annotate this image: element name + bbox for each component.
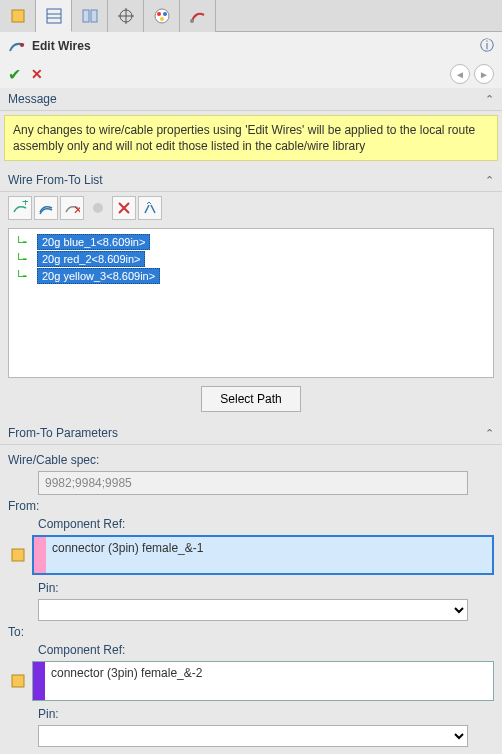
section-fromto-list-title: Wire From-To List: [8, 173, 103, 187]
svg-point-17: [93, 203, 103, 213]
edit-wires-icon: [8, 37, 26, 55]
delete-wire-button[interactable]: ✕: [60, 196, 84, 220]
to-label: To:: [8, 625, 494, 639]
spec-label: Wire/Cable spec:: [8, 453, 494, 467]
nav-arrows: ◄ ►: [450, 64, 494, 84]
svg-point-14: [20, 43, 24, 47]
tab-dimxpert-manager[interactable]: [108, 0, 144, 32]
wire-list-toolbar: + ✕: [0, 192, 502, 224]
cube-icon: [9, 7, 27, 25]
component-icon: [8, 546, 28, 564]
select-path-button[interactable]: Select Path: [201, 386, 300, 412]
svg-rect-20: [12, 549, 24, 561]
wire-item-label: 20g blue_1<8.609in>: [37, 234, 150, 250]
routing-icon: [189, 7, 207, 25]
merge-wires-button[interactable]: [112, 196, 136, 220]
panel-title: Edit Wires: [32, 39, 91, 53]
ok-button[interactable]: ✔: [8, 65, 21, 84]
tab-strip: [0, 0, 502, 32]
crosshair-icon: [117, 7, 135, 25]
svg-point-13: [190, 19, 194, 23]
svg-text:✕: ✕: [73, 203, 80, 216]
chevron-up-icon: ⌃: [485, 93, 494, 106]
to-pin-select[interactable]: [38, 725, 468, 747]
svg-rect-0: [12, 10, 24, 22]
next-button[interactable]: ►: [474, 64, 494, 84]
from-component-field[interactable]: connector (3pin) female_&-1: [32, 535, 494, 575]
add-wire-button[interactable]: +: [8, 196, 32, 220]
from-label: From:: [8, 499, 494, 513]
pin-label: Pin:: [38, 581, 494, 595]
svg-text:+: +: [22, 200, 28, 209]
chevron-up-icon: ⌃: [485, 427, 494, 440]
wire-item[interactable]: └╴ 20g red_2<8.609in>: [15, 251, 487, 267]
to-component-value: connector (3pin) female_&-2: [45, 662, 208, 700]
tab-property-manager[interactable]: [36, 0, 72, 32]
svg-rect-4: [83, 10, 89, 22]
select-path-row: Select Path: [0, 386, 502, 412]
color-stripe: [33, 662, 45, 700]
wire-list[interactable]: └╴ 20g blue_1<8.609in> └╴ 20g red_2<8.60…: [8, 228, 494, 378]
action-row: ✔ ✕ ◄ ►: [0, 60, 502, 88]
color-stripe: [34, 537, 46, 573]
from-to-parameters: Wire/Cable spec: From: Component Ref: co…: [0, 445, 502, 751]
svg-rect-5: [91, 10, 97, 22]
wire-cable-spec-input[interactable]: [38, 471, 468, 495]
tab-feature-manager[interactable]: [0, 0, 36, 32]
panel-header: Edit Wires ⓘ: [0, 32, 502, 60]
content-area: Message ⌃ Any changes to wire/cable prop…: [0, 88, 502, 751]
message-note: Any changes to wire/cable properties usi…: [4, 115, 498, 161]
help-icon[interactable]: ⓘ: [480, 37, 494, 55]
svg-point-12: [160, 17, 164, 21]
pin-label: Pin:: [38, 707, 494, 721]
wire-item-label: 20g yellow_3<8.609in>: [37, 268, 160, 284]
list-options-button[interactable]: [86, 196, 110, 220]
section-message-header[interactable]: Message ⌃: [0, 88, 502, 111]
from-pin-select[interactable]: [38, 599, 468, 621]
svg-point-10: [157, 12, 161, 16]
config-icon: [81, 7, 99, 25]
section-fromto-list-header[interactable]: Wire From-To List ⌃: [0, 169, 502, 192]
from-component-value: connector (3pin) female_&-1: [46, 537, 209, 573]
reroute-button[interactable]: [138, 196, 162, 220]
component-ref-label: Component Ref:: [38, 517, 494, 531]
section-fromto-params-header[interactable]: From-To Parameters ⌃: [0, 422, 502, 445]
component-icon: [8, 672, 28, 690]
tab-routing-manager[interactable]: [180, 0, 216, 32]
palette-icon: [153, 7, 171, 25]
wire-item[interactable]: └╴ 20g blue_1<8.609in>: [15, 234, 487, 250]
property-icon: [45, 7, 63, 25]
add-cable-button[interactable]: [34, 196, 58, 220]
prev-button[interactable]: ◄: [450, 64, 470, 84]
tab-appearance-manager[interactable]: [144, 0, 180, 32]
wire-icon: └╴: [15, 253, 33, 266]
wire-icon: └╴: [15, 270, 33, 283]
cancel-button[interactable]: ✕: [31, 66, 43, 82]
wire-item[interactable]: └╴ 20g yellow_3<8.609in>: [15, 268, 487, 284]
svg-point-11: [163, 12, 167, 16]
svg-rect-1: [47, 9, 61, 23]
chevron-up-icon: ⌃: [485, 174, 494, 187]
wire-icon: └╴: [15, 236, 33, 249]
section-fromto-params-title: From-To Parameters: [8, 426, 118, 440]
tab-configuration-manager[interactable]: [72, 0, 108, 32]
component-ref-label: Component Ref:: [38, 643, 494, 657]
svg-rect-21: [12, 675, 24, 687]
wire-item-label: 20g red_2<8.609in>: [37, 251, 145, 267]
to-component-field[interactable]: connector (3pin) female_&-2: [32, 661, 494, 701]
section-message-title: Message: [8, 92, 57, 106]
